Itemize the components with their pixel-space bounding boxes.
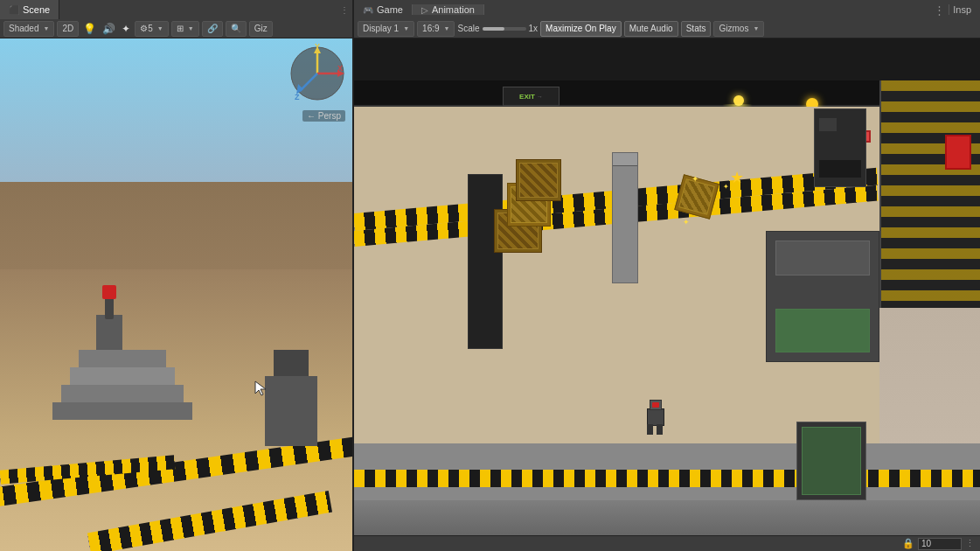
more-dots[interactable]: ⋮ — [965, 538, 975, 549]
left-tabs: ⬛ Scene ⋮ — [0, 0, 354, 19]
tab-animation[interactable]: ▷ Animation — [413, 4, 484, 15]
exit-arrow: → — [537, 94, 543, 100]
lock-icon: 🔒 — [902, 538, 914, 549]
machine-right — [265, 376, 317, 446]
gizmos-dropdown[interactable]: Gizmos — [713, 21, 764, 37]
more-label: Giz — [254, 24, 268, 33]
scene-options-label: ⚙5 — [140, 24, 153, 33]
toolbars-row: Shaded 2D 💡 🔊 ✦ ⚙5 ⊞ 🔗 🔍 Giz — [0, 19, 980, 38]
big-post — [468, 174, 503, 349]
persp-label: ← Persp — [302, 110, 345, 122]
right-tabs: 🎮 Game ▷ Animation ⋮ Insp — [354, 0, 980, 19]
joystick-top — [102, 285, 116, 299]
pillar — [612, 152, 638, 283]
bottom-bar: 🔒 ⋮ — [354, 535, 980, 551]
gizmo-svg: X Y Z — [287, 43, 348, 104]
aspect-label: 16:9 — [422, 24, 439, 33]
ceiling-lamp-2 — [733, 95, 744, 106]
ceiling — [354, 38, 980, 82]
shading-label: Shaded — [9, 24, 38, 33]
scale-value: 1x — [529, 24, 539, 33]
scale-slider-track[interactable] — [483, 27, 526, 31]
step-4 — [79, 350, 166, 367]
animation-tab-label: Animation — [432, 4, 475, 15]
machine-group — [35, 315, 192, 420]
stats-btn[interactable]: Stats — [681, 21, 712, 37]
scene-canvas: X Y Z ← Persp — [0, 38, 352, 551]
svg-marker-10 — [255, 381, 266, 395]
right-machine — [766, 231, 879, 362]
svg-text:Z: Z — [295, 93, 300, 101]
snap-btn[interactable]: 🔗 — [202, 21, 223, 37]
display-label: Display 1 — [363, 24, 399, 33]
step-3 — [70, 367, 175, 385]
right-tabs-more[interactable]: ⋮ — [934, 3, 945, 17]
game-tab-label: Game — [377, 4, 403, 15]
star-light: ★ — [730, 168, 744, 187]
machine-top — [274, 350, 309, 376]
animation-tab-icon: ▷ — [421, 5, 428, 15]
scene-tab-label: Scene — [23, 4, 50, 15]
scale-label: Scale — [457, 24, 479, 33]
mouse-cursor — [254, 380, 268, 399]
fx-icon[interactable]: ✦ — [120, 23, 132, 35]
lever-stick — [105, 297, 114, 319]
2d-label: 2D — [62, 24, 73, 33]
svg-text:X: X — [337, 64, 343, 73]
scale-control: Scale 1x — [457, 24, 538, 33]
scene-gizmo: X Y Z — [287, 43, 348, 104]
stats-label: Stats — [686, 24, 706, 33]
right-wall-panel — [879, 80, 980, 308]
inspector-tab-label[interactable]: Insp — [949, 4, 975, 15]
search-icon: 🔍 — [231, 24, 241, 33]
scale-slider-fill — [483, 27, 504, 31]
maximize-on-play-btn[interactable]: Maximize On Play — [540, 21, 622, 37]
lever-base — [96, 315, 122, 350]
red-panel — [945, 135, 971, 170]
crate-3 — [516, 159, 561, 201]
step-1 — [52, 402, 192, 420]
bg-machine-right — [814, 108, 866, 187]
main-content: X Y Z ← Persp — [0, 38, 980, 551]
aspect-dropdown[interactable]: 16:9 — [417, 21, 455, 37]
exit-text: EXIT — [519, 93, 535, 101]
gizmos-label: Gizmos — [719, 24, 748, 33]
display-dropdown[interactable]: Display 1 — [358, 21, 414, 37]
bottom-conveyor — [354, 470, 980, 487]
player-robot — [643, 395, 669, 435]
mute-audio-label: Mute Audio — [629, 24, 673, 33]
step-2 — [61, 385, 184, 402]
tab-scene[interactable]: ⬛ Scene — [0, 0, 59, 19]
lighting-icon[interactable]: 💡 — [81, 23, 98, 35]
conveyor-machine — [796, 422, 866, 500]
more-btn[interactable]: Giz — [249, 21, 273, 37]
exploding-crate: ✦ ✦ ✦ — [678, 178, 722, 222]
scene-toolbar: Shaded 2D 💡 🔊 ✦ ⚙5 ⊞ 🔗 🔍 Giz — [0, 19, 354, 38]
svg-text:Y: Y — [315, 43, 320, 51]
scene-extra: ⋮ — [340, 5, 349, 15]
shading-dropdown[interactable]: Shaded — [3, 21, 54, 37]
scene-options-btn[interactable]: ⚙5 — [135, 21, 169, 37]
maximize-on-play-label: Maximize On Play — [546, 24, 616, 33]
grid-icon: ⊞ — [177, 24, 184, 33]
grid-btn[interactable]: ⊞ — [171, 21, 199, 37]
search-btn[interactable]: 🔍 — [226, 21, 247, 37]
game-viewport[interactable]: EXIT → — [354, 38, 980, 535]
2d-toggle[interactable]: 2D — [57, 21, 79, 37]
tabs-row: ⬛ Scene ⋮ 🎮 Game ▷ Animation ⋮ Insp — [0, 0, 980, 19]
scene-tab-icon: ⬛ — [9, 5, 19, 15]
exit-sign: EXIT → — [503, 87, 560, 106]
tab-game[interactable]: 🎮 Game — [354, 4, 413, 15]
mute-audio-btn[interactable]: Mute Audio — [624, 21, 678, 37]
wall-hazard — [881, 80, 980, 308]
game-toolbar: Display 1 16:9 Scale 1x Maximize On Play… — [354, 19, 980, 38]
snap-icon: 🔗 — [207, 24, 218, 33]
game-tab-icon: 🎮 — [363, 5, 373, 15]
bottom-input[interactable] — [918, 538, 962, 550]
game-view: EXIT → — [354, 38, 980, 551]
scene-view[interactable]: X Y Z ← Persp — [0, 38, 354, 551]
audio-icon[interactable]: 🔊 — [101, 23, 117, 35]
